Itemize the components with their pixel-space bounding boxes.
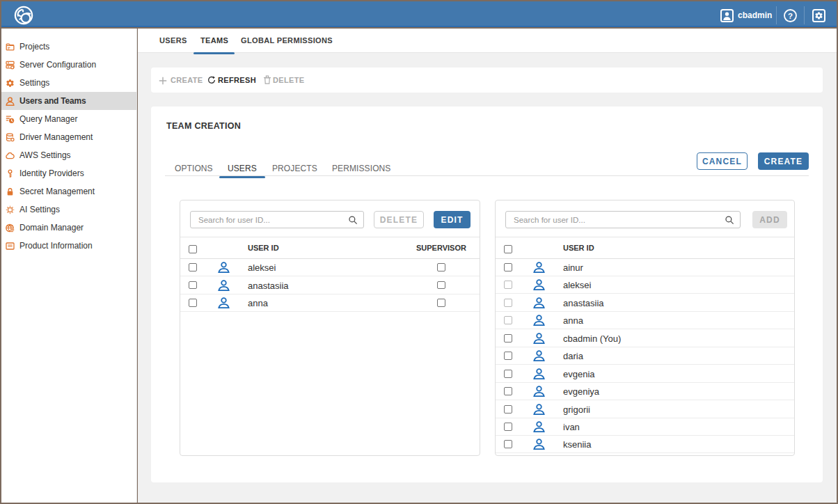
svg-text:?: ? xyxy=(788,12,793,20)
